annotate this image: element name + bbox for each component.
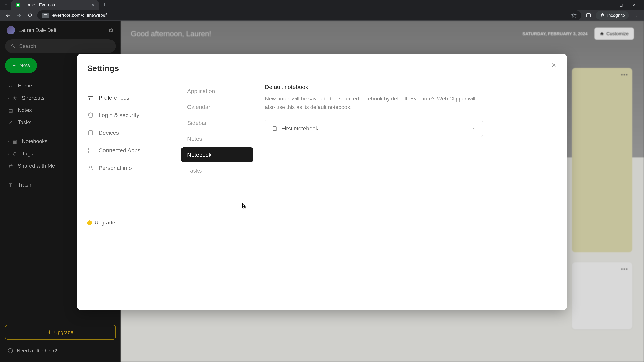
category-devices[interactable]: Devices — [84, 125, 171, 141]
subitem-notebook[interactable]: Notebook — [181, 147, 253, 162]
upgrade-dot-icon — [87, 220, 92, 225]
svg-point-3 — [636, 15, 636, 16]
person-icon — [87, 165, 94, 171]
settings-categories-column: Settings Preferences Login & security — [77, 54, 178, 310]
close-icon — [551, 62, 557, 68]
browser-menu-icon[interactable] — [632, 11, 640, 19]
category-list: Preferences Login & security Devices — [84, 90, 171, 176]
svg-rect-8 — [88, 148, 90, 150]
settings-subitems-column: Application Calendar Sidebar Notes Noteb… — [178, 54, 256, 310]
tab-bar: Home - Evernote × + — ◻ ✕ — [0, 0, 644, 10]
minimize-button[interactable]: — — [604, 1, 611, 9]
category-personal-info[interactable]: Personal info — [84, 160, 171, 176]
svg-point-2 — [636, 13, 636, 14]
browser-chrome: Home - Evernote × + — ◻ ✕ evernote.com/c… — [0, 0, 644, 21]
tab-title: Home - Evernote — [24, 2, 88, 7]
browser-tab[interactable]: Home - Evernote × — [12, 0, 98, 9]
upgrade-label: Upgrade — [94, 220, 115, 226]
svg-point-4 — [636, 16, 636, 17]
section-description: New notes will be saved to the selected … — [265, 94, 480, 111]
bookmark-star-icon[interactable] — [571, 12, 576, 18]
default-notebook-dropdown[interactable]: First Notebook — [265, 120, 483, 137]
grid-icon — [87, 147, 94, 153]
subitem-calendar[interactable]: Calendar — [181, 100, 253, 114]
evernote-favicon-icon — [16, 2, 20, 7]
subitem-sidebar[interactable]: Sidebar — [181, 116, 253, 130]
maximize-button[interactable]: ◻ — [618, 1, 624, 9]
modal-overlay[interactable]: Settings Preferences Login & security — [0, 21, 644, 362]
forward-button[interactable] — [15, 11, 23, 19]
subitem-notes[interactable]: Notes — [181, 132, 253, 146]
svg-point-12 — [90, 166, 92, 168]
subitem-tasks[interactable]: Tasks — [181, 163, 253, 178]
site-info-icon[interactable] — [42, 12, 49, 18]
svg-rect-13 — [273, 126, 276, 131]
svg-rect-11 — [91, 151, 93, 153]
svg-rect-7 — [88, 131, 92, 135]
close-button[interactable] — [551, 62, 557, 68]
incognito-label: Incognito — [607, 13, 625, 18]
notebook-icon — [272, 126, 278, 131]
incognito-badge[interactable]: Incognito — [596, 11, 629, 19]
section-title: Default notebook — [265, 84, 554, 90]
extensions-area: Incognito — [585, 11, 640, 19]
tab-close-icon[interactable]: × — [91, 2, 94, 8]
devices-icon — [87, 130, 94, 136]
new-tab-button[interactable]: + — [100, 1, 109, 8]
subitem-application[interactable]: Application — [181, 84, 253, 98]
category-login-security[interactable]: Login & security — [84, 107, 171, 123]
address-bar-row: evernote.com/client/web#/ Incognito — [0, 10, 644, 21]
shield-icon — [87, 112, 94, 118]
svg-rect-10 — [88, 151, 90, 153]
url-bar[interactable]: evernote.com/client/web#/ — [37, 10, 581, 20]
window-controls: — ◻ ✕ — [604, 1, 642, 9]
subitem-list: Application Calendar Sidebar Notes Noteb… — [181, 84, 253, 178]
category-connected-apps[interactable]: Connected Apps — [84, 142, 171, 158]
upgrade-link[interactable]: Upgrade — [84, 216, 171, 229]
close-window-button[interactable]: ✕ — [631, 1, 637, 9]
url-text: evernote.com/client/web#/ — [52, 12, 107, 18]
selected-notebook-name: First Notebook — [282, 125, 468, 132]
svg-rect-9 — [91, 148, 93, 150]
settings-title: Settings — [84, 64, 171, 73]
side-panel-icon[interactable] — [585, 11, 592, 19]
back-button[interactable] — [4, 11, 12, 19]
app-container: Lauren Dale Deli ⌄ Search New ⌂ Home ▸ ★… — [0, 21, 644, 362]
chevron-down-icon — [472, 126, 476, 131]
settings-modal: Settings Preferences Login & security — [77, 54, 567, 310]
reload-button[interactable] — [26, 11, 34, 19]
settings-detail-pane: Default notebook New notes will be saved… — [256, 54, 567, 310]
svg-rect-0 — [587, 13, 590, 17]
sliders-icon — [87, 95, 94, 101]
category-preferences[interactable]: Preferences — [84, 90, 171, 106]
tab-search-dropdown[interactable] — [2, 1, 10, 9]
